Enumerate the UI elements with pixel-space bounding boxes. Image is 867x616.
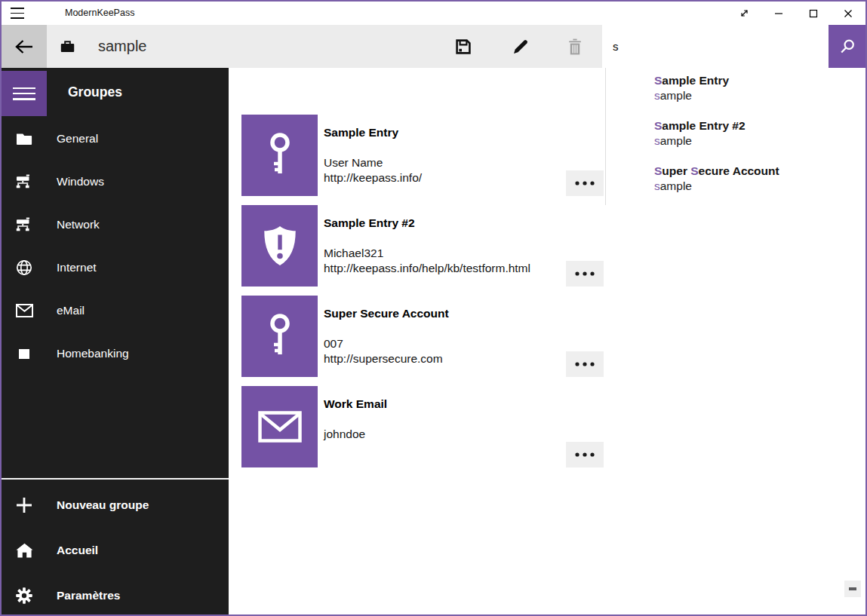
entry-tile (241, 296, 318, 377)
search-result-sample-entry[interactable]: Sample Entry sample (654, 74, 858, 110)
back-arrow-icon (14, 38, 34, 55)
result-subtitle: sample (654, 134, 858, 148)
entry-row-work-email[interactable]: Work Email johndoe (241, 386, 590, 467)
key-icon (263, 132, 297, 179)
magnifier-icon (839, 38, 856, 55)
ellipsis-icon (575, 181, 595, 185)
minimize-icon (774, 9, 783, 18)
gear-icon (14, 581, 35, 611)
network-icon (14, 210, 35, 240)
entry-url: http://keepass.info/help/kb/testform.htm… (324, 262, 530, 275)
entry-more-button[interactable] (566, 442, 604, 467)
sidebar-item-network[interactable]: Network (2, 210, 229, 240)
entry-title: Sample Entry (324, 126, 398, 139)
entry-tile (241, 386, 318, 467)
sidebar-item-label: Homebanking (57, 347, 129, 360)
sidebar-item-label: Internet (57, 261, 97, 274)
title-bar: ModernKeePass (2, 2, 865, 25)
entry-title: Sample Entry #2 (324, 216, 415, 230)
sidebar-item-email[interactable]: eMail (2, 296, 229, 326)
ellipsis-icon (575, 362, 595, 366)
square-icon (14, 339, 35, 369)
entry-row-sample-entry[interactable]: Sample Entry User Name http://keepass.in… (241, 115, 590, 196)
briefcase-icon (60, 40, 75, 53)
close-icon (844, 9, 853, 18)
shield-exclamation-icon (261, 225, 299, 267)
entry-username: User Name (324, 156, 383, 170)
entry-more-button[interactable] (566, 170, 604, 196)
search-input[interactable] (602, 25, 830, 68)
plus-icon (14, 490, 35, 520)
hamburger-menu-icon[interactable] (11, 8, 26, 19)
entry-tile (241, 205, 318, 287)
search-result-sample-entry-2[interactable]: Sample Entry #2 sample (654, 119, 858, 155)
sidebar-item-label: Windows (57, 175, 104, 188)
key-icon (263, 313, 297, 360)
search-result-super-secure-account[interactable]: Super Secure Account sample (654, 164, 858, 201)
folder-icon (14, 124, 35, 154)
maximize-button[interactable] (796, 2, 831, 25)
nav-toggle-button[interactable] (2, 71, 47, 116)
entry-username: johndoe (324, 428, 365, 441)
diagonal-arrows-icon (739, 8, 749, 18)
sidebar-item-windows[interactable]: Windows (2, 167, 229, 197)
ellipsis-icon (575, 452, 595, 457)
minus-bar-icon (849, 587, 856, 590)
search-suggestions-dropdown: Sample Entry sample Sample Entry #2 samp… (605, 68, 866, 205)
sidebar-divider (2, 478, 229, 480)
ellipsis-icon (575, 271, 595, 276)
sidebar-item-label: Paramètres (57, 589, 120, 602)
globe-icon (14, 253, 35, 283)
sidebar-item-homebanking[interactable]: Homebanking (2, 339, 229, 369)
close-button[interactable] (831, 2, 865, 25)
sidebar-item-label: Nouveau groupe (57, 498, 149, 512)
save-button[interactable] (444, 25, 482, 68)
sidebar-item-label: Accueil (57, 544, 98, 557)
fullscreen-button[interactable] (727, 2, 761, 25)
entry-username: 007 (324, 337, 343, 351)
maximize-icon (809, 9, 818, 18)
envelope-icon (258, 411, 302, 443)
hamburger-icon (13, 87, 35, 100)
home-icon (14, 535, 35, 565)
entry-title: Super Secure Account (324, 307, 449, 320)
zoom-out-button[interactable] (844, 581, 861, 597)
app-bar: sample (2, 25, 865, 68)
entry-row-sample-entry-2[interactable]: Sample Entry #2 Michael321 http://keepas… (241, 205, 590, 287)
entry-more-button[interactable] (566, 351, 604, 377)
entry-tile (241, 115, 318, 196)
network-icon (14, 167, 35, 197)
sidebar-item-label: General (57, 132, 98, 146)
entry-title: Work Email (324, 397, 387, 411)
delete-button[interactable] (556, 25, 594, 68)
floppy-disk-icon (455, 38, 472, 55)
entry-row-super-secure-account[interactable]: Super Secure Account 007 http://supersec… (241, 296, 590, 377)
sidebar-item-label: Network (57, 218, 100, 231)
trash-can-icon (567, 38, 583, 55)
app-window: ModernKeePass (0, 0, 867, 616)
sidebar: Groupes General Windows (2, 68, 229, 614)
entry-url: http://keepass.info/ (324, 171, 422, 185)
minimize-button[interactable] (761, 2, 796, 25)
sidebar-item-label: eMail (57, 304, 85, 317)
result-title: Sample Entry (654, 74, 858, 87)
edit-button[interactable] (502, 25, 540, 68)
entry-url: http://supersecure.com (324, 352, 443, 366)
entry-more-button[interactable] (566, 261, 604, 287)
groups-heading: Groupes (68, 84, 122, 100)
sidebar-item-settings[interactable]: Paramètres (2, 581, 229, 611)
result-subtitle: sample (654, 179, 858, 193)
sidebar-item-general[interactable]: General (2, 124, 229, 154)
search-button[interactable] (829, 25, 865, 68)
window-controls (727, 2, 865, 25)
sidebar-item-internet[interactable]: Internet (2, 253, 229, 283)
back-button[interactable] (2, 25, 47, 68)
sidebar-item-new-group[interactable]: Nouveau groupe (2, 490, 229, 520)
result-title: Sample Entry #2 (654, 119, 858, 133)
sidebar-item-home[interactable]: Accueil (2, 535, 229, 565)
result-subtitle: sample (654, 89, 858, 103)
entry-username: Michael321 (324, 247, 383, 260)
database-title: sample (98, 25, 146, 68)
envelope-icon (14, 296, 35, 326)
pencil-icon (512, 38, 529, 55)
